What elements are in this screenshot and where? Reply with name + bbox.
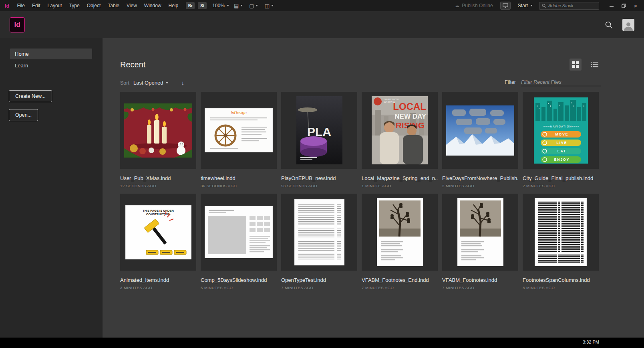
file-card[interactable]: OpenTypeTest.indd 7 MINUTES AGO [281, 194, 357, 290]
bridge-icon[interactable]: Br [186, 2, 195, 9]
adobe-stock-input[interactable] [548, 3, 592, 8]
file-time: 36 SECONDS AGO [201, 184, 277, 188]
svg-text:InDesign: InDesign [231, 111, 247, 115]
preview-device-button[interactable] [500, 2, 511, 10]
minimize-button[interactable] [606, 0, 618, 11]
taskbar-clock[interactable]: 3:32 PM [583, 340, 599, 344]
svg-text:EAT: EAT [557, 149, 566, 153]
sort-label: Sort [120, 80, 129, 86]
thumbnail-mountains [446, 105, 514, 156]
file-time: 7 MINUTES AGO [362, 285, 438, 290]
menu-item-type[interactable]: Type [66, 0, 83, 11]
stock-icon[interactable]: St [198, 2, 207, 9]
thumbnail-tree-photo [377, 198, 423, 266]
arrange-documents-dropdown[interactable]: ◫ [264, 3, 273, 9]
file-card[interactable]: 2 WHEELS GOOD SEA 50TH SE LOCAL NEW DAY … [362, 92, 438, 188]
publish-cloud-icon: ☁ [455, 3, 459, 8]
thumbnail-magazine: 2 WHEELS GOOD SEA 50TH SE LOCAL NEW DAY … [372, 96, 428, 164]
sort-direction-button[interactable]: ↓ [181, 79, 184, 86]
file-name: VFABM_Footnotes_End.indd [362, 277, 438, 283]
thumbnail-opentype [294, 199, 344, 265]
thumbnail-construction: THIS PAGE IS UNDER CONSTRUCTION [125, 205, 191, 259]
grid-view-button[interactable] [570, 59, 582, 71]
menu-item-help[interactable]: Help [165, 0, 182, 11]
start-workspace-dropdown[interactable]: Start [518, 3, 533, 8]
menu-item-file[interactable]: File [14, 0, 28, 11]
thumbnail-drums: PLA [296, 96, 342, 164]
file-thumbnail [523, 194, 599, 271]
file-thumbnail: InDesign [201, 92, 277, 169]
main-content: Recent [103, 38, 644, 338]
file-card[interactable]: User_Pub_XMas.indd 12 SECONDS AGO [120, 92, 196, 188]
svg-text:ENJOY: ENJOY [554, 158, 570, 162]
thumbnail-footnotes-columns [535, 198, 587, 266]
menu-item-layout[interactable]: Layout [44, 0, 66, 11]
file-card[interactable]: VFABM_Footnotes_End.indd 7 MINUTES AGO [362, 194, 438, 290]
recent-files-grid: User_Pub_XMas.indd 12 SECONDS AGO InDesi… [120, 92, 601, 290]
file-time: 58 SECONDS AGO [281, 184, 357, 188]
svg-text:2 WHEELS GOOD: 2 WHEELS GOOD [384, 99, 399, 101]
svg-text:MOVE: MOVE [555, 132, 568, 136]
file-time: 2 MINUTES AGO [523, 184, 599, 188]
window-controls: × [606, 0, 642, 11]
view-options-icon: ▤ [234, 3, 239, 9]
file-time: 12 SECONDS AGO [120, 184, 196, 188]
file-name: FootnotesSpanColumns.indd [523, 277, 599, 283]
file-thumbnail [201, 194, 277, 271]
file-thumbnail [281, 194, 357, 271]
zoom-level-dropdown[interactable]: 100% [212, 3, 229, 8]
user-avatar[interactable] [622, 19, 634, 31]
file-card[interactable]: InDesign [201, 92, 277, 188]
thumbnail-city-guide: NAVIGATION MOVE LIVE EAT [534, 97, 588, 164]
file-time: 8 MINUTES AGO [523, 285, 599, 290]
app-mini-logo: Id [5, 3, 10, 9]
app-header: Id [0, 11, 644, 38]
file-card[interactable]: THIS PAGE IS UNDER CONSTRUCTION [120, 194, 196, 290]
file-card[interactable]: VFABM_Footnotes.indd 7 MINUTES AGO [442, 194, 518, 290]
sidebar: Home Learn Create New... Open... [0, 38, 103, 338]
search-icon[interactable] [605, 21, 613, 29]
menu-item-object[interactable]: Object [83, 0, 105, 11]
screen-mode-icon: ▢ [249, 3, 254, 9]
thumbnail-xmas [124, 103, 192, 158]
file-name: Comp_5DaysSlideshow.indd [201, 277, 277, 283]
sort-dropdown[interactable]: Last Opened [133, 80, 168, 86]
menu-item-view[interactable]: View [123, 0, 141, 11]
svg-text:CONSTRUCTION: CONSTRUCTION [146, 212, 170, 216]
file-time: 7 MINUTES AGO [442, 285, 518, 290]
thumbnail-tree-photo [457, 198, 503, 266]
file-time: 5 MINUTES AGO [201, 285, 277, 290]
thumbnail-timewheel: InDesign [205, 108, 273, 152]
close-button[interactable]: × [630, 0, 642, 11]
adobe-stock-search[interactable] [539, 2, 599, 10]
arrange-documents-icon: ◫ [264, 3, 269, 9]
sidebar-item-learn[interactable]: Learn [10, 60, 92, 71]
file-thumbnail: PLA [281, 92, 357, 169]
svg-text:NAVIGATION: NAVIGATION [550, 125, 572, 128]
screen-mode-dropdown[interactable]: ▢ [249, 3, 258, 9]
view-options-dropdown[interactable]: ▤ [234, 3, 243, 9]
chevron-down-icon [240, 5, 243, 6]
sidebar-item-home[interactable]: Home [10, 49, 92, 59]
file-card[interactable]: FootnotesSpanColumns.indd 8 MINUTES AGO [523, 194, 599, 290]
menu-item-window[interactable]: Window [141, 0, 165, 11]
create-new-button[interactable]: Create New... [9, 90, 52, 102]
file-card[interactable]: Comp_5DaysSlideshow.indd 5 MINUTES AGO [201, 194, 277, 290]
file-card[interactable]: FIveDaysFromNowhere_Publish... 2 MINUTES… [442, 92, 518, 188]
file-card[interactable]: PLA PlayOnEPUB_new.indd 58 SECONDS AGO [281, 92, 357, 188]
publish-online-button[interactable]: ☁ Publish Online [455, 3, 493, 8]
file-thumbnail [120, 92, 196, 169]
grid-view-icon [572, 61, 579, 68]
menu-item-table[interactable]: Table [104, 0, 123, 11]
indesign-logo: Id [10, 17, 25, 32]
restore-button[interactable] [618, 0, 630, 11]
file-time: 7 MINUTES AGO [281, 285, 357, 290]
list-view-button[interactable] [589, 59, 601, 71]
page-title: Recent [120, 60, 145, 69]
file-name: Animated_Items.indd [120, 277, 196, 283]
file-card[interactable]: NAVIGATION MOVE LIVE EAT [523, 92, 599, 188]
menu-item-edit[interactable]: Edit [28, 0, 44, 11]
file-thumbnail [442, 92, 518, 169]
filter-input[interactable] [521, 79, 601, 86]
open-button[interactable]: Open... [9, 109, 38, 121]
